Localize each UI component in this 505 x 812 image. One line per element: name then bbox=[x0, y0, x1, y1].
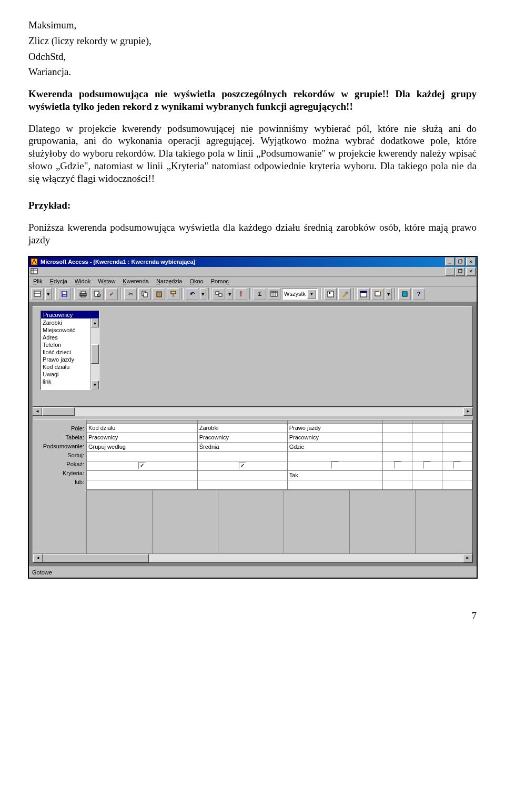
grid-cell[interactable] bbox=[442, 451, 472, 461]
minimize-button[interactable]: _ bbox=[445, 258, 454, 266]
grid-cell[interactable] bbox=[197, 470, 287, 480]
grid-cell[interactable] bbox=[382, 423, 412, 433]
grid-cell-show[interactable] bbox=[197, 461, 287, 470]
query-type-dropdown[interactable]: ▾ bbox=[227, 288, 233, 300]
grid-cell[interactable] bbox=[442, 423, 472, 433]
show-table-button[interactable] bbox=[268, 288, 280, 300]
format-painter-button[interactable] bbox=[167, 288, 179, 300]
grid-cell-show[interactable] bbox=[287, 461, 382, 470]
grid-cell[interactable] bbox=[87, 480, 198, 489]
grid-cell[interactable] bbox=[382, 442, 412, 451]
close-button[interactable]: × bbox=[466, 258, 476, 266]
grid-cell[interactable] bbox=[197, 451, 287, 461]
database-window-button[interactable] bbox=[357, 288, 370, 300]
cut-button[interactable]: ✂ bbox=[124, 288, 137, 300]
grid-cell[interactable] bbox=[287, 451, 382, 461]
grid-cell-show[interactable] bbox=[87, 461, 198, 470]
grid-cell[interactable]: Gdzie bbox=[287, 442, 382, 451]
scroll-down-icon[interactable]: ▼ bbox=[91, 381, 99, 389]
maximize-button[interactable]: ❐ bbox=[456, 258, 465, 266]
spellcheck-button[interactable]: ✓ bbox=[105, 288, 118, 300]
save-button[interactable] bbox=[58, 288, 70, 300]
field-item[interactable]: Miejscowość bbox=[43, 326, 89, 334]
grid-cell[interactable] bbox=[412, 442, 442, 451]
paste-button[interactable] bbox=[153, 288, 165, 300]
help-button[interactable]: ? bbox=[412, 288, 425, 300]
grid-cell[interactable] bbox=[412, 480, 442, 489]
menu-okno[interactable]: Okno bbox=[189, 278, 203, 284]
checkbox-icon[interactable] bbox=[453, 461, 461, 469]
menu-edycja[interactable]: Edycja bbox=[50, 278, 67, 284]
qbe-grid[interactable]: Kod działu Zarobki Prawo jazdy Pracownic… bbox=[86, 420, 472, 490]
grid-cell[interactable]: Pracownicy bbox=[287, 433, 382, 442]
grid-cell-show[interactable] bbox=[412, 461, 442, 470]
new-object-button[interactable] bbox=[371, 288, 384, 300]
grid-cell[interactable] bbox=[382, 480, 412, 489]
vertical-scrollbar[interactable]: ▲ ▼ bbox=[90, 318, 99, 389]
menu-wstaw[interactable]: Wstaw bbox=[98, 278, 115, 284]
checkbox-icon[interactable] bbox=[239, 462, 246, 469]
menu-pomoc[interactable]: Pomoc bbox=[211, 278, 229, 284]
view-button[interactable] bbox=[31, 288, 44, 300]
totals-button[interactable]: Σ bbox=[254, 288, 266, 300]
grid-cell[interactable] bbox=[382, 451, 412, 461]
view-dropdown[interactable]: ▾ bbox=[45, 288, 52, 300]
grid-cell[interactable]: Tak bbox=[287, 470, 382, 480]
child-close-button[interactable]: × bbox=[466, 268, 476, 276]
scroll-right-icon[interactable]: ► bbox=[463, 554, 472, 562]
grid-cell[interactable] bbox=[442, 480, 472, 489]
field-item[interactable]: Prawo jazdy bbox=[43, 356, 89, 363]
grid-cell[interactable]: Zarobki bbox=[197, 423, 287, 433]
print-button[interactable] bbox=[77, 288, 89, 300]
grid-cell[interactable] bbox=[442, 442, 472, 451]
scroll-thumb[interactable] bbox=[43, 554, 149, 562]
properties-button[interactable] bbox=[324, 288, 337, 300]
scroll-thumb[interactable] bbox=[91, 344, 99, 364]
grid-cell[interactable] bbox=[87, 470, 198, 480]
grid-cell[interactable] bbox=[412, 423, 442, 433]
grid-cell[interactable]: Grupuj według bbox=[87, 442, 198, 451]
checkbox-icon[interactable] bbox=[423, 461, 431, 469]
child-restore-button[interactable]: ❐ bbox=[456, 268, 465, 276]
scroll-left-icon[interactable]: ◄ bbox=[33, 554, 43, 562]
copy-button[interactable] bbox=[138, 288, 151, 300]
field-item[interactable]: link bbox=[43, 378, 89, 385]
grid-cell[interactable] bbox=[442, 470, 472, 480]
query-type-button[interactable] bbox=[213, 288, 225, 300]
table-field-list[interactable]: Zarobki Miejscowość Adres Telefon Ilość … bbox=[41, 318, 90, 389]
splitter[interactable] bbox=[33, 416, 473, 419]
grid-cell[interactable] bbox=[287, 480, 382, 489]
grid-cell[interactable] bbox=[412, 470, 442, 480]
build-button[interactable] bbox=[338, 288, 351, 300]
scroll-thumb[interactable] bbox=[42, 407, 75, 416]
grid-cell[interactable] bbox=[412, 451, 442, 461]
top-values-combo[interactable]: Wszystk ▼ bbox=[282, 289, 318, 300]
table-diagram-pane[interactable]: Pracownicy Zarobki Miejscowość Adres Tel… bbox=[33, 306, 473, 407]
field-item[interactable]: Telefon bbox=[43, 341, 89, 348]
field-item[interactable]: Ilość dzieci bbox=[43, 348, 89, 356]
scroll-right-icon[interactable]: ► bbox=[463, 407, 473, 416]
office-assistant-button[interactable] bbox=[398, 288, 411, 300]
menu-kwerenda[interactable]: Kwerenda bbox=[123, 278, 149, 284]
scroll-left-icon[interactable]: ◄ bbox=[33, 407, 42, 416]
lower-horizontal-scrollbar[interactable]: ◄ ► bbox=[33, 553, 472, 562]
grid-cell[interactable]: Pracownicy bbox=[197, 433, 287, 442]
new-object-dropdown[interactable]: ▾ bbox=[386, 288, 392, 300]
grid-cell[interactable]: Średnia bbox=[197, 442, 287, 451]
grid-cell[interactable]: Prawo jazdy bbox=[287, 423, 382, 433]
grid-cell-show[interactable] bbox=[442, 461, 472, 470]
run-button[interactable]: ! bbox=[235, 288, 247, 300]
grid-cell[interactable] bbox=[382, 470, 412, 480]
undo-button[interactable]: ↶ bbox=[186, 288, 198, 300]
grid-cell[interactable]: Pracownicy bbox=[87, 433, 198, 442]
grid-cell-show[interactable] bbox=[382, 461, 412, 470]
grid-cell[interactable]: Kod działu bbox=[87, 423, 198, 433]
checkbox-icon[interactable] bbox=[331, 461, 339, 469]
field-item[interactable]: Zarobki bbox=[43, 319, 89, 326]
field-item[interactable]: Kod działu bbox=[43, 363, 89, 371]
field-item[interactable]: Adres bbox=[43, 334, 89, 341]
upper-horizontal-scrollbar[interactable]: ◄ ► bbox=[33, 407, 473, 416]
grid-cell[interactable] bbox=[412, 433, 442, 442]
undo-dropdown[interactable]: ▾ bbox=[200, 288, 206, 300]
menu-widok[interactable]: Widok bbox=[75, 278, 91, 284]
